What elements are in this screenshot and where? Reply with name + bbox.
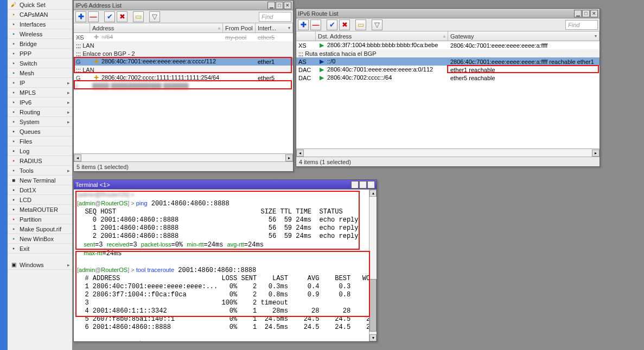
table-row[interactable]: XS▶2806:3f7:1004:bbbb:bbbb:bbbb:f0ca:beb… xyxy=(296,41,600,49)
menu-icon: ▪ xyxy=(10,225,17,233)
grid-body[interactable]: XS▶2806:3f7:1004:bbbb:bbbb:bbbb:f0ca:beb… xyxy=(296,41,600,148)
add-button[interactable]: ✚ xyxy=(75,11,86,22)
maximize-button[interactable]: □ xyxy=(359,181,367,189)
disable-button[interactable]: ✖ xyxy=(339,20,350,30)
maximize-button[interactable]: □ xyxy=(582,10,590,17)
add-button[interactable]: ✚ xyxy=(298,20,309,30)
menu-icon: ▪ xyxy=(10,128,17,135)
sidebar-item-files[interactable]: ▪Files xyxy=(8,137,72,146)
close-button[interactable]: ✕ xyxy=(590,10,598,17)
titlebar[interactable]: IPv6 Address List ▁ □ ✕ xyxy=(74,1,293,10)
sidebar-item-quick-set[interactable]: 🖌Quick Set xyxy=(8,0,72,10)
close-button[interactable]: ✕ xyxy=(284,2,291,9)
col-pool[interactable]: From Pool xyxy=(223,23,256,33)
sidebar-item-radius[interactable]: ▪RADIUS xyxy=(8,156,72,166)
table-row[interactable]: DAC▶2806:40c:7001:eeee:eeee:eeee:a:0/112… xyxy=(296,66,600,74)
menu-icon: ▪ xyxy=(10,108,17,116)
filter-button[interactable]: ▽ xyxy=(149,11,160,22)
grid-header: Dst. Address▵ Gateway▾ xyxy=(296,31,600,41)
menu-icon: ▪ xyxy=(10,50,17,57)
terminal-output[interactable]: [admin@RouterOS] > [admin@RouterOS] > pi… xyxy=(74,190,369,341)
sidebar-item-log[interactable]: ▪Log xyxy=(8,146,72,156)
sidebar-label: PPP xyxy=(20,50,31,57)
col-gateway[interactable]: Gateway▾ xyxy=(448,31,600,41)
enable-button[interactable]: ✔ xyxy=(104,11,115,22)
filter-button[interactable]: ▽ xyxy=(372,20,382,30)
scroll-right-button[interactable]: ▸ xyxy=(592,150,600,157)
minimize-button[interactable]: ▁ xyxy=(574,10,582,17)
sidebar-item-dot1x[interactable]: ▪Dot1X xyxy=(8,185,72,195)
col-dst[interactable]: Dst. Address▵ xyxy=(316,31,448,41)
remove-button[interactable]: — xyxy=(88,11,99,22)
sidebar-label: LCD xyxy=(20,197,31,203)
sidebar-item-ip[interactable]: ▪IP▸ xyxy=(8,78,72,88)
comment-row: ;;; LAN xyxy=(74,67,97,73)
sidebar-item-wireless[interactable]: ▪Wireless xyxy=(8,29,72,39)
dropdown-icon: ▾ xyxy=(595,34,597,38)
sidebar-label: MPLS xyxy=(20,89,36,96)
sidebar-item-lcd[interactable]: ▪LCD xyxy=(8,195,72,205)
sidebar-item-ppp[interactable]: ▪PPP xyxy=(8,49,72,59)
menu-icon: 🖌 xyxy=(10,1,17,9)
scroll-down-button[interactable]: ▾ xyxy=(369,334,377,341)
close-button[interactable]: ✕ xyxy=(367,181,375,189)
comment-button[interactable]: ▭ xyxy=(355,20,366,30)
col-interface[interactable]: Interf...▾ xyxy=(256,23,293,33)
enable-button[interactable]: ✔ xyxy=(327,20,337,30)
find-input[interactable]: Find xyxy=(259,12,291,22)
scroll-thumb[interactable] xyxy=(369,279,377,332)
vscrollbar[interactable]: ▴ ▾ xyxy=(369,190,377,341)
titlebar[interactable]: IPv6 Route List ▁ □ ✕ xyxy=(296,9,600,18)
scroll-right-button[interactable]: ▸ xyxy=(285,154,293,161)
sidebar-item-interfaces[interactable]: ▪Interfaces xyxy=(8,20,72,29)
sidebar-item-mesh[interactable]: ▪Mesh xyxy=(8,68,72,78)
sidebar-item-metarouter[interactable]: ▪MetaROUTER xyxy=(8,205,72,215)
disable-button[interactable]: ✖ xyxy=(117,11,127,22)
titlebar[interactable]: Terminal <1> ▁ □ ✕ xyxy=(74,180,377,190)
sidebar-label: Dot1X xyxy=(20,187,36,193)
scroll-up-button[interactable]: ▴ xyxy=(369,190,377,197)
hscrollbar[interactable]: ◂▸ xyxy=(74,153,293,161)
sidebar-item-new-terminal[interactable]: ■New Terminal xyxy=(8,176,72,185)
sidebar-label: New WinBox xyxy=(20,236,54,242)
sidebar-item-exit[interactable]: ▪Exit xyxy=(8,244,72,254)
sidebar-item-bridge[interactable]: ▪Bridge xyxy=(8,39,72,49)
sidebar-label: Tools xyxy=(20,167,34,174)
sidebar-item-routing[interactable]: ▪Routing▸ xyxy=(8,107,72,117)
maximize-button[interactable]: □ xyxy=(276,2,283,9)
sidebar-item-tools[interactable]: ▪Tools▸ xyxy=(8,166,72,176)
menu-icon: ▪ xyxy=(10,186,17,194)
col-flag[interactable] xyxy=(74,23,90,33)
col-address[interactable]: Address▵ xyxy=(90,23,223,33)
minimize-button[interactable]: ▁ xyxy=(267,2,275,9)
sidebar-item-partition[interactable]: ▪Partition xyxy=(8,215,72,224)
scroll-left-button[interactable]: ◂ xyxy=(296,150,304,157)
menu-icon: ▪ xyxy=(10,99,17,106)
sidebar-item-new-winbox[interactable]: ▪New WinBox xyxy=(8,234,72,244)
sidebar-item-ipv6[interactable]: ▪IPv6▸ xyxy=(8,98,72,107)
sidebar-item-make-supout-rif[interactable]: ▪Make Supout.rif xyxy=(8,224,72,234)
chevron-right-icon: ▸ xyxy=(67,262,70,268)
scroll-left-button[interactable]: ◂ xyxy=(74,154,81,161)
chevron-right-icon: ▸ xyxy=(67,90,70,95)
find-input[interactable]: Find xyxy=(565,20,598,30)
sidebar-item-capsman[interactable]: ▪CAPsMAN xyxy=(8,10,72,20)
sidebar-item-windows[interactable]: ▣Windows▸ xyxy=(8,260,72,270)
table-row[interactable]: G✚2806:40c:7002:cccc:1111:1111:1111:254/… xyxy=(74,74,293,82)
sidebar-item-switch[interactable]: ▪Switch xyxy=(8,59,72,68)
minimize-button[interactable]: ▁ xyxy=(351,181,359,189)
sidebar-item-queues[interactable]: ▪Queues xyxy=(8,127,72,137)
hscrollbar[interactable]: ◂▸ xyxy=(296,148,600,157)
addr-icon: ✚ xyxy=(92,58,100,65)
table-row[interactable]: G✚2806:40c:7001:eeee:eeee:eeee:a:cccc/11… xyxy=(74,57,293,66)
sidebar-label: IPv6 xyxy=(20,99,31,106)
table-row[interactable]: AS▶::/02806:40c:7001:eeee:eeee:eeee:a:ff… xyxy=(296,57,600,66)
grid-body[interactable]: XS✚::/64my-poolether5;;; LAN;;; Enlace c… xyxy=(74,33,293,153)
sidebar-item-mpls[interactable]: ▪MPLS▸ xyxy=(8,88,72,98)
table-row[interactable]: DAC▶2806:40c:7002:cccc::/64ether5 reacha… xyxy=(296,74,600,82)
comment-button[interactable]: ▭ xyxy=(133,11,144,22)
col-flag[interactable] xyxy=(296,31,316,41)
sidebar-item-system[interactable]: ▪System▸ xyxy=(8,117,72,127)
route-icon: ▶ xyxy=(318,66,326,73)
remove-button[interactable]: — xyxy=(310,20,321,30)
